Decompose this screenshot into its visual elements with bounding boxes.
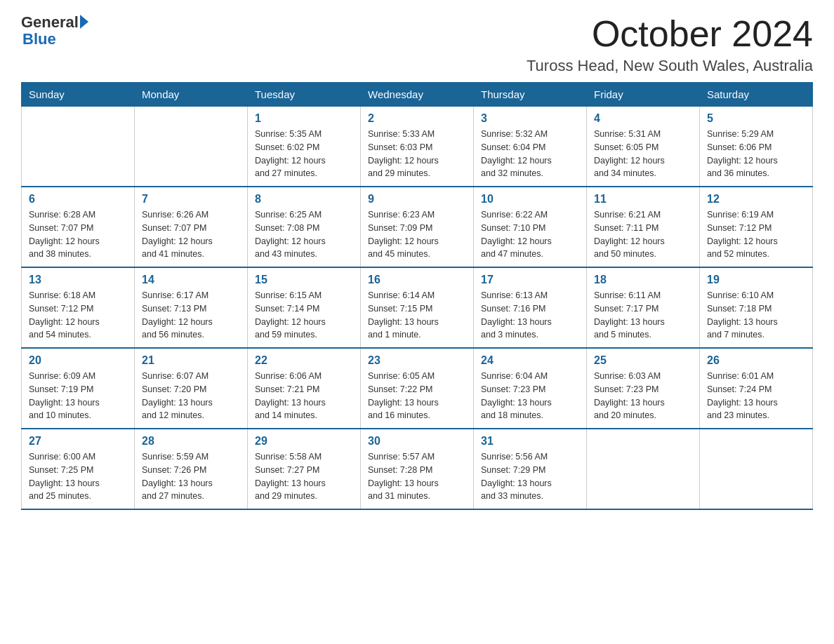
day-number: 25	[594, 354, 692, 367]
calendar-cell: 17Sunrise: 6:13 AM Sunset: 7:16 PM Dayli…	[474, 267, 587, 348]
calendar-cell: 24Sunrise: 6:04 AM Sunset: 7:23 PM Dayli…	[474, 348, 587, 429]
day-info: Sunrise: 6:17 AM Sunset: 7:13 PM Dayligh…	[142, 289, 240, 342]
calendar-cell: 1Sunrise: 5:35 AM Sunset: 6:02 PM Daylig…	[248, 107, 361, 187]
calendar-header-row: SundayMondayTuesdayWednesdayThursdayFrid…	[22, 83, 813, 107]
day-info: Sunrise: 6:26 AM Sunset: 7:07 PM Dayligh…	[142, 208, 240, 261]
calendar-cell: 23Sunrise: 6:05 AM Sunset: 7:22 PM Dayli…	[361, 348, 474, 429]
calendar-cell: 6Sunrise: 6:28 AM Sunset: 7:07 PM Daylig…	[22, 187, 135, 267]
day-number: 13	[29, 274, 127, 286]
title-area: October 2024 Tuross Head, New South Wale…	[527, 14, 813, 75]
calendar-cell: 30Sunrise: 5:57 AM Sunset: 7:28 PM Dayli…	[361, 429, 474, 509]
logo-arrow-icon	[80, 15, 88, 29]
day-info: Sunrise: 6:21 AM Sunset: 7:11 PM Dayligh…	[594, 208, 692, 261]
calendar-cell: 4Sunrise: 5:31 AM Sunset: 6:05 PM Daylig…	[587, 107, 700, 187]
column-header-tuesday: Tuesday	[248, 83, 361, 107]
column-header-monday: Monday	[135, 83, 248, 107]
day-number: 6	[29, 193, 127, 206]
day-number: 18	[594, 274, 692, 286]
day-info: Sunrise: 6:28 AM Sunset: 7:07 PM Dayligh…	[29, 208, 127, 261]
calendar-cell: 16Sunrise: 6:14 AM Sunset: 7:15 PM Dayli…	[361, 267, 474, 348]
calendar-cell	[22, 107, 135, 187]
calendar-week-4: 20Sunrise: 6:09 AM Sunset: 7:19 PM Dayli…	[22, 348, 813, 429]
calendar-week-3: 13Sunrise: 6:18 AM Sunset: 7:12 PM Dayli…	[22, 267, 813, 348]
calendar-cell: 28Sunrise: 5:59 AM Sunset: 7:26 PM Dayli…	[135, 429, 248, 509]
day-info: Sunrise: 5:59 AM Sunset: 7:26 PM Dayligh…	[142, 450, 240, 503]
day-number: 12	[707, 193, 805, 206]
calendar-cell	[587, 429, 700, 509]
day-info: Sunrise: 6:22 AM Sunset: 7:10 PM Dayligh…	[481, 208, 579, 261]
day-number: 3	[481, 112, 579, 125]
day-info: Sunrise: 6:03 AM Sunset: 7:23 PM Dayligh…	[594, 370, 692, 422]
day-number: 31	[481, 435, 579, 448]
day-info: Sunrise: 5:58 AM Sunset: 7:27 PM Dayligh…	[255, 450, 353, 503]
day-number: 24	[481, 354, 579, 367]
day-number: 19	[707, 274, 805, 286]
day-info: Sunrise: 5:32 AM Sunset: 6:04 PM Dayligh…	[481, 128, 579, 180]
day-number: 2	[368, 112, 466, 125]
day-info: Sunrise: 6:11 AM Sunset: 7:17 PM Dayligh…	[594, 289, 692, 342]
calendar-cell: 9Sunrise: 6:23 AM Sunset: 7:09 PM Daylig…	[361, 187, 474, 267]
day-info: Sunrise: 6:09 AM Sunset: 7:19 PM Dayligh…	[29, 370, 127, 422]
day-info: Sunrise: 5:29 AM Sunset: 6:06 PM Dayligh…	[707, 128, 805, 180]
day-info: Sunrise: 5:33 AM Sunset: 6:03 PM Dayligh…	[368, 128, 466, 180]
day-info: Sunrise: 5:56 AM Sunset: 7:29 PM Dayligh…	[481, 450, 579, 503]
day-number: 9	[368, 193, 466, 206]
day-info: Sunrise: 6:01 AM Sunset: 7:24 PM Dayligh…	[707, 370, 805, 422]
day-info: Sunrise: 6:13 AM Sunset: 7:16 PM Dayligh…	[481, 289, 579, 342]
calendar-cell: 2Sunrise: 5:33 AM Sunset: 6:03 PM Daylig…	[361, 107, 474, 187]
calendar-cell: 27Sunrise: 6:00 AM Sunset: 7:25 PM Dayli…	[22, 429, 135, 509]
calendar-table: SundayMondayTuesdayWednesdayThursdayFrid…	[21, 82, 813, 510]
day-number: 28	[142, 435, 240, 448]
calendar-cell	[700, 429, 813, 509]
day-info: Sunrise: 6:25 AM Sunset: 7:08 PM Dayligh…	[255, 208, 353, 261]
calendar-cell: 13Sunrise: 6:18 AM Sunset: 7:12 PM Dayli…	[22, 267, 135, 348]
calendar-cell: 18Sunrise: 6:11 AM Sunset: 7:17 PM Dayli…	[587, 267, 700, 348]
calendar-cell: 11Sunrise: 6:21 AM Sunset: 7:11 PM Dayli…	[587, 187, 700, 267]
day-number: 4	[594, 112, 692, 125]
day-number: 23	[368, 354, 466, 367]
day-number: 14	[142, 274, 240, 286]
calendar-cell: 5Sunrise: 5:29 AM Sunset: 6:06 PM Daylig…	[700, 107, 813, 187]
logo-text-general: General	[21, 14, 79, 31]
day-info: Sunrise: 6:18 AM Sunset: 7:12 PM Dayligh…	[29, 289, 127, 342]
calendar-week-5: 27Sunrise: 6:00 AM Sunset: 7:25 PM Dayli…	[22, 429, 813, 509]
day-number: 26	[707, 354, 805, 367]
day-info: Sunrise: 6:19 AM Sunset: 7:12 PM Dayligh…	[707, 208, 805, 261]
calendar-cell: 26Sunrise: 6:01 AM Sunset: 7:24 PM Dayli…	[700, 348, 813, 429]
column-header-saturday: Saturday	[700, 83, 813, 107]
calendar-cell: 15Sunrise: 6:15 AM Sunset: 7:14 PM Dayli…	[248, 267, 361, 348]
calendar-cell: 29Sunrise: 5:58 AM Sunset: 7:27 PM Dayli…	[248, 429, 361, 509]
logo: General Blue	[21, 14, 88, 48]
day-number: 22	[255, 354, 353, 367]
day-info: Sunrise: 6:00 AM Sunset: 7:25 PM Dayligh…	[29, 450, 127, 503]
day-number: 20	[29, 354, 127, 367]
day-info: Sunrise: 6:06 AM Sunset: 7:21 PM Dayligh…	[255, 370, 353, 422]
calendar-cell	[135, 107, 248, 187]
location-title: Tuross Head, New South Wales, Australia	[527, 57, 813, 75]
month-title: October 2024	[527, 14, 813, 54]
day-info: Sunrise: 6:14 AM Sunset: 7:15 PM Dayligh…	[368, 289, 466, 342]
day-number: 21	[142, 354, 240, 367]
day-number: 7	[142, 193, 240, 206]
day-info: Sunrise: 6:23 AM Sunset: 7:09 PM Dayligh…	[368, 208, 466, 261]
calendar-cell: 20Sunrise: 6:09 AM Sunset: 7:19 PM Dayli…	[22, 348, 135, 429]
calendar-cell: 10Sunrise: 6:22 AM Sunset: 7:10 PM Dayli…	[474, 187, 587, 267]
calendar-cell: 14Sunrise: 6:17 AM Sunset: 7:13 PM Dayli…	[135, 267, 248, 348]
calendar-cell: 12Sunrise: 6:19 AM Sunset: 7:12 PM Dayli…	[700, 187, 813, 267]
page-header: General Blue October 2024 Tuross Head, N…	[21, 14, 813, 75]
calendar-week-1: 1Sunrise: 5:35 AM Sunset: 6:02 PM Daylig…	[22, 107, 813, 187]
day-info: Sunrise: 5:35 AM Sunset: 6:02 PM Dayligh…	[255, 128, 353, 180]
column-header-friday: Friday	[587, 83, 700, 107]
column-header-thursday: Thursday	[474, 83, 587, 107]
day-number: 29	[255, 435, 353, 448]
column-header-wednesday: Wednesday	[361, 83, 474, 107]
day-number: 1	[255, 112, 353, 125]
day-number: 17	[481, 274, 579, 286]
calendar-cell: 21Sunrise: 6:07 AM Sunset: 7:20 PM Dayli…	[135, 348, 248, 429]
day-number: 16	[368, 274, 466, 286]
day-number: 30	[368, 435, 466, 448]
calendar-cell: 7Sunrise: 6:26 AM Sunset: 7:07 PM Daylig…	[135, 187, 248, 267]
day-number: 8	[255, 193, 353, 206]
day-number: 15	[255, 274, 353, 286]
day-info: Sunrise: 6:07 AM Sunset: 7:20 PM Dayligh…	[142, 370, 240, 422]
